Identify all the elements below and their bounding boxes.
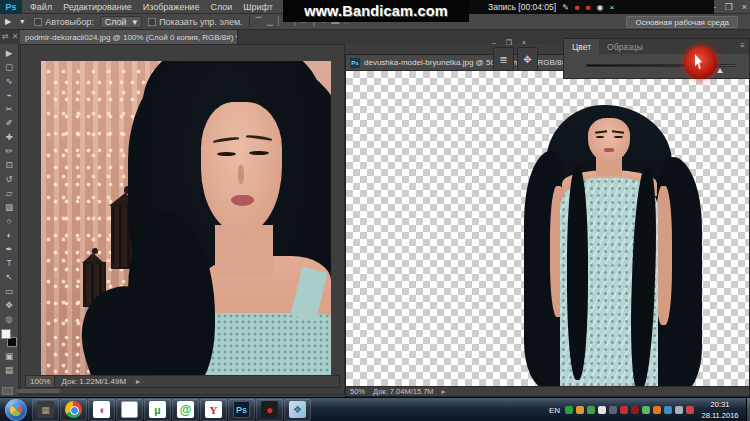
record-icon[interactable]: ■ xyxy=(575,3,580,12)
foreground-color-swatch[interactable] xyxy=(1,329,11,339)
tab-cycle-icon[interactable]: ⇄ xyxy=(2,32,12,41)
pen-tool[interactable]: ✒ xyxy=(1,242,18,256)
menu-edit[interactable]: Редактирование xyxy=(63,2,132,12)
document1-canvas[interactable] xyxy=(41,61,331,376)
hand-tool[interactable]: ✥ xyxy=(1,298,18,312)
eraser-tool[interactable]: ▱ xyxy=(1,186,18,200)
zoom-tool[interactable]: ◎ xyxy=(1,312,18,326)
properties-panel-icon[interactable]: ≣ xyxy=(493,47,514,71)
taskbar-yandex[interactable]: Y xyxy=(200,399,227,421)
document2-window[interactable]: Ps devushka-model-bryunetka.jpg @ 50% (С… xyxy=(345,54,750,397)
clone-stamp-tool[interactable]: ⊡ xyxy=(1,158,18,172)
taskbar-dark-app[interactable]: ▦ xyxy=(32,399,59,421)
navigator-panel-icon[interactable]: ✥ xyxy=(517,47,538,71)
panel-menu-icon[interactable]: ≡ xyxy=(740,41,745,50)
brush-tool[interactable]: ✏ xyxy=(1,144,18,158)
history-brush-tool[interactable]: ↺ xyxy=(1,172,18,186)
align-top-icon[interactable]: ▔ xyxy=(256,17,262,26)
restore-button[interactable]: ❐ xyxy=(725,2,733,12)
tab-scroll-icons[interactable]: ⇄✕ xyxy=(2,32,21,41)
camera-icon[interactable]: ◉ xyxy=(597,3,604,12)
move-tool[interactable]: ▶ xyxy=(1,46,18,60)
close-button[interactable]: × xyxy=(742,2,747,12)
lasso-tool[interactable]: ∿ xyxy=(1,74,18,88)
watermark-text: www.Bandicam.com xyxy=(304,3,448,19)
minimized-window-bar[interactable] xyxy=(2,386,72,396)
taskbar-utorrent[interactable]: µ xyxy=(144,399,171,421)
recorder-close-icon[interactable]: × xyxy=(610,3,615,12)
tray-icon[interactable] xyxy=(642,406,650,414)
clock-time: 20:31 xyxy=(696,399,744,410)
taskbar-clock[interactable]: 20:31 28.11.2016 xyxy=(696,399,744,421)
crop-tool[interactable]: ✂ xyxy=(1,102,18,116)
healing-brush-tool[interactable]: ✚ xyxy=(1,130,18,144)
tray-icon[interactable] xyxy=(598,406,606,414)
menu-image[interactable]: Изображение xyxy=(143,2,200,12)
blur-tool[interactable]: ○ xyxy=(1,214,18,228)
tray-icon[interactable] xyxy=(609,406,617,414)
slider-handle[interactable] xyxy=(717,68,723,73)
windows-taskbar: ▦ ◖ µ @ Y Ps ● ❖ EN 20:31 28.11.2016 xyxy=(0,397,750,421)
move-tool-icon: ▶ xyxy=(5,17,11,26)
screen-mode-button[interactable]: ▤ xyxy=(1,363,18,377)
tray-icon[interactable] xyxy=(587,406,595,414)
tray-icon[interactable] xyxy=(653,406,661,414)
media-app-icon: ◖ xyxy=(93,401,110,418)
menu-file[interactable]: Файл xyxy=(30,2,52,12)
show-desktop-button[interactable] xyxy=(746,398,750,421)
type-tool[interactable]: T xyxy=(1,256,18,270)
workspace-switcher-button[interactable]: Основная рабочая среда xyxy=(626,16,738,28)
document2-canvas[interactable] xyxy=(346,71,749,386)
marquee-tool[interactable]: ▢ xyxy=(1,60,18,74)
taskbar-bandicam[interactable]: ● xyxy=(256,399,283,421)
color-panel-header: Цвет Образцы ≡ xyxy=(564,39,749,54)
nose xyxy=(238,165,244,184)
tab-doc1[interactable]: podmir-dekoracii024.jpg @ 100% (Слой 0 к… xyxy=(20,30,238,44)
menu-type[interactable]: Шрифт xyxy=(243,2,273,12)
menu-layers[interactable]: Слои xyxy=(210,2,232,12)
tray-icon[interactable] xyxy=(664,406,672,414)
tray-icon[interactable] xyxy=(576,406,584,414)
taskbar-media-app[interactable]: ◖ xyxy=(88,399,115,421)
tray-icon[interactable] xyxy=(631,406,639,414)
taskbar-explorer[interactable]: ❖ xyxy=(284,399,311,421)
status-arrow-icon[interactable]: ▸ xyxy=(136,377,140,386)
status-arrow-icon[interactable]: ▸ xyxy=(442,387,446,396)
quick-mask-button[interactable]: ▣ xyxy=(1,349,18,363)
taskbar-photoshop[interactable]: Ps xyxy=(228,399,255,421)
floating-window-controls[interactable]: – ❐ × xyxy=(492,39,530,47)
start-button[interactable] xyxy=(5,399,27,421)
psd-file-icon: Ps xyxy=(350,58,360,68)
photoshop-logo-icon: Ps xyxy=(0,0,22,14)
dodge-tool[interactable]: ◐ xyxy=(1,228,18,242)
eyebrow xyxy=(612,130,624,133)
zoom-level-field[interactable]: 50% xyxy=(350,387,365,396)
shape-tool[interactable]: ▭ xyxy=(1,284,18,298)
tab-swatches[interactable]: Образцы xyxy=(599,39,651,54)
tray-icon[interactable] xyxy=(620,406,628,414)
taskbar-chrome[interactable] xyxy=(60,399,87,421)
gradient-tool[interactable]: ▨ xyxy=(1,200,18,214)
align-bottom-icon[interactable]: ▁ xyxy=(267,17,273,26)
taskbar-notepad[interactable] xyxy=(116,399,143,421)
tab-color[interactable]: Цвет xyxy=(564,39,599,54)
tray-icon[interactable] xyxy=(565,406,573,414)
collapsed-panel-dock: ≣ ✥ xyxy=(493,47,538,71)
tool-preset-caret-icon[interactable]: ▾ xyxy=(20,17,24,26)
chrome-icon xyxy=(65,401,82,418)
tray-icon[interactable] xyxy=(675,406,683,414)
autoselect-checkbox[interactable] xyxy=(34,18,42,26)
utorrent-icon: µ xyxy=(149,401,166,418)
taskbar-mailru[interactable]: @ xyxy=(172,399,199,421)
tray-icon[interactable] xyxy=(686,406,694,414)
autoselect-label: Автовыбор: xyxy=(45,17,94,27)
stop-icon[interactable]: ■ xyxy=(586,3,591,12)
show-transform-controls-checkbox[interactable] xyxy=(148,18,156,26)
quick-selection-tool[interactable]: ⌁ xyxy=(1,88,18,102)
autoselect-target-dropdown[interactable]: Слой ▾ xyxy=(100,16,142,28)
path-selection-tool[interactable]: ↖ xyxy=(1,270,18,284)
language-indicator[interactable]: EN xyxy=(549,406,560,415)
pencil-icon[interactable]: ✎ xyxy=(562,3,569,12)
eyedropper-tool[interactable]: ✐ xyxy=(1,116,18,130)
bandicam-watermark: www.Bandicam.com xyxy=(283,0,469,22)
